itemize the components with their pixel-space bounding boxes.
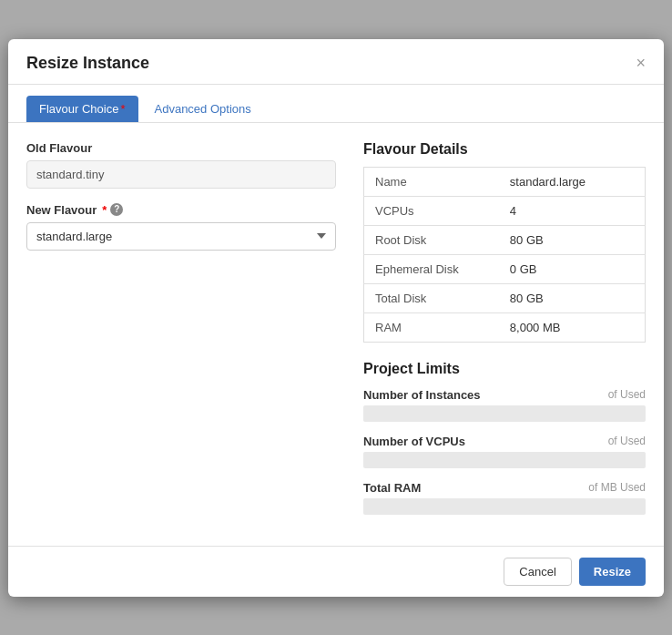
old-flavour-label: Old Flavour bbox=[26, 141, 336, 155]
modal-overlay: Resize Instance × Flavour Choice* Advanc… bbox=[0, 0, 672, 635]
modal-footer: Cancel Resize bbox=[8, 546, 664, 597]
detail-value: 0 GB bbox=[499, 254, 646, 283]
detail-label: Name bbox=[364, 167, 499, 196]
limit-used: of MB Used bbox=[588, 481, 646, 495]
right-panel: Flavour Details Namestandard.largeVCPUs4… bbox=[363, 141, 646, 527]
detail-label: Root Disk bbox=[364, 225, 499, 254]
old-flavour-input bbox=[26, 160, 336, 189]
flavour-details-title: Flavour Details bbox=[363, 141, 646, 158]
modal-tabs: Flavour Choice* Advanced Options bbox=[8, 85, 664, 123]
detail-value: standard.large bbox=[499, 167, 646, 196]
tab-flavour-choice[interactable]: Flavour Choice* bbox=[26, 96, 138, 122]
table-row: RAM8,000 MB bbox=[364, 312, 646, 342]
modal-header: Resize Instance × bbox=[8, 39, 664, 85]
limit-item: Number of Instances of Used bbox=[363, 388, 646, 422]
table-row: Ephemeral Disk0 GB bbox=[364, 254, 646, 283]
limit-label: Total RAM bbox=[363, 481, 421, 495]
limit-used: of Used bbox=[608, 388, 646, 402]
new-flavour-required-star: * bbox=[102, 203, 107, 217]
new-flavour-select[interactable]: standard.tiny standard.small standard.me… bbox=[26, 222, 336, 251]
limit-header: Total RAM of MB Used bbox=[363, 481, 646, 495]
tab-advanced-options[interactable]: Advanced Options bbox=[142, 96, 264, 122]
limits-section: Project Limits Number of Instances of Us… bbox=[363, 361, 646, 515]
help-icon[interactable]: ? bbox=[110, 203, 123, 216]
project-limits-title: Project Limits bbox=[363, 361, 646, 377]
table-row: VCPUs4 bbox=[364, 196, 646, 225]
resize-button[interactable]: Resize bbox=[579, 558, 646, 586]
limit-used: of Used bbox=[608, 435, 646, 448]
left-panel: Old Flavour New Flavour * ? standard.tin… bbox=[26, 141, 336, 527]
limit-header: Number of Instances of Used bbox=[363, 388, 646, 402]
close-button[interactable]: × bbox=[636, 55, 646, 71]
tab-flavour-choice-label: Flavour Choice bbox=[39, 102, 118, 116]
required-star: * bbox=[120, 102, 125, 116]
limit-header: Number of VCPUs of Used bbox=[363, 435, 646, 448]
new-flavour-select-wrapper: standard.tiny standard.small standard.me… bbox=[26, 222, 336, 251]
flavour-details-table: Namestandard.largeVCPUs4Root Disk80 GBEp… bbox=[363, 167, 646, 343]
limit-label: Number of VCPUs bbox=[363, 435, 465, 448]
modal-title: Resize Instance bbox=[26, 54, 149, 73]
limit-label: Number of Instances bbox=[363, 388, 481, 402]
detail-label: VCPUs bbox=[364, 196, 499, 225]
detail-label: Total Disk bbox=[364, 283, 499, 312]
tab-advanced-options-label: Advanced Options bbox=[155, 102, 251, 116]
table-row: Total Disk80 GB bbox=[364, 283, 646, 312]
detail-label: Ephemeral Disk bbox=[364, 254, 499, 283]
detail-label: RAM bbox=[364, 312, 499, 342]
modal-dialog: Resize Instance × Flavour Choice* Advanc… bbox=[8, 39, 664, 597]
cancel-button[interactable]: Cancel bbox=[504, 558, 571, 586]
limit-bar bbox=[363, 452, 646, 468]
limit-bar bbox=[363, 405, 646, 422]
modal-body: Old Flavour New Flavour * ? standard.tin… bbox=[8, 123, 664, 546]
limit-bar bbox=[363, 498, 646, 515]
limit-item: Number of VCPUs of Used bbox=[363, 435, 646, 468]
limit-item: Total RAM of MB Used bbox=[363, 481, 646, 515]
detail-value: 4 bbox=[499, 196, 646, 225]
detail-value: 8,000 MB bbox=[499, 312, 646, 342]
detail-value: 80 GB bbox=[499, 283, 646, 312]
detail-value: 80 GB bbox=[499, 225, 646, 254]
new-flavour-label: New Flavour * ? bbox=[26, 203, 336, 217]
table-row: Namestandard.large bbox=[364, 167, 646, 196]
table-row: Root Disk80 GB bbox=[364, 225, 646, 254]
